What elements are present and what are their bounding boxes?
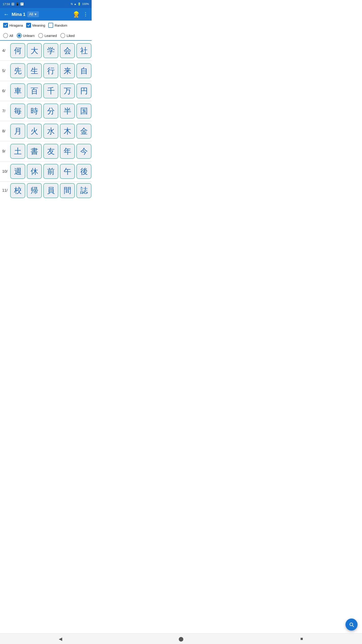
chevron-down-icon: ⌄	[91, 68, 92, 74]
kanji-card[interactable]: 自	[76, 63, 91, 78]
chevron-down-icon: ⌄	[91, 48, 92, 54]
expand-row-button[interactable]: ⌄	[91, 186, 92, 195]
checkbox-hiragana-label: Hiragana	[9, 24, 23, 27]
chevron-down-icon: ⌄	[91, 128, 92, 134]
kanji-card[interactable]: 先	[10, 63, 25, 78]
status-time: 17:59	[3, 2, 10, 6]
kanji-card[interactable]: 木	[60, 124, 75, 139]
parking-icon: 🅿	[20, 2, 23, 6]
kanji-card[interactable]: 学	[43, 43, 58, 58]
chevron-down-icon: ⌄	[91, 188, 92, 194]
row-number: 11/	[2, 188, 10, 193]
kanji-card[interactable]: 月	[10, 124, 25, 139]
kanji-card[interactable]: 金	[76, 124, 91, 139]
kanji-card[interactable]: 年	[60, 144, 75, 159]
kanji-card[interactable]: 前	[43, 164, 58, 179]
kanji-card[interactable]: 国	[76, 104, 91, 118]
expand-row-button[interactable]: ⌄	[91, 46, 92, 55]
kanji-card[interactable]: 員	[43, 183, 58, 198]
checkbox-meaning-box[interactable]	[26, 23, 31, 28]
kanji-card[interactable]: 車	[10, 84, 25, 98]
row-number: 6/	[2, 89, 10, 93]
row-number: 10/	[2, 169, 10, 174]
radio-learned-circle[interactable]	[38, 33, 43, 38]
kanji-card[interactable]: 大	[27, 43, 42, 58]
expand-row-button[interactable]: ⌄	[91, 67, 92, 75]
kanji-card[interactable]: 今	[76, 144, 91, 159]
radio-learned[interactable]: Learned	[38, 33, 57, 38]
kanji-card[interactable]: 社	[76, 43, 91, 58]
kanji-card[interactable]: 週	[10, 164, 25, 179]
wifi-icon: ▲	[74, 2, 76, 6]
kanji-card[interactable]: 生	[27, 63, 42, 78]
expand-row-button[interactable]: ⌄	[91, 167, 92, 176]
kanji-cards: 週休前午後	[10, 164, 91, 179]
kanji-card[interactable]: 会	[60, 43, 75, 58]
kanji-card[interactable]: 土	[10, 144, 25, 159]
kanji-card[interactable]: 休	[27, 164, 42, 179]
kanji-cards: 毎時分半国	[10, 104, 91, 118]
kanji-cards: 先生行来自	[10, 63, 91, 78]
kanji-cards: 何大学会社	[10, 43, 91, 58]
app-title: Mina 1	[12, 12, 25, 17]
kanji-card[interactable]: 水	[43, 124, 58, 139]
row-number: 8/	[2, 129, 10, 134]
checkbox-hiragana-box[interactable]	[3, 23, 8, 28]
status-bar: 17:59 🖼 📱 🅿 N ▲ 🔋 100%	[0, 0, 92, 8]
battery-icon: 🔋	[77, 2, 81, 6]
kanji-card[interactable]: 万	[60, 84, 75, 98]
chevron-down-icon: ⌄	[91, 168, 92, 175]
radio-liked[interactable]: Liked	[60, 33, 75, 38]
filter-dropdown[interactable]: All ▼	[27, 12, 39, 17]
kanji-card[interactable]: 千	[43, 84, 58, 98]
kanji-row: 6/車百千万円⌄	[0, 81, 92, 101]
kanji-row: 10/週休前午後⌄	[0, 162, 92, 182]
kanji-cards: 校帰員間誌	[10, 183, 91, 198]
checkbox-random-box[interactable]	[48, 23, 53, 28]
checkbox-random[interactable]: Random	[48, 23, 67, 28]
checkbox-group: Hiragana Meaning Random	[3, 23, 88, 28]
radio-learned-label: Learned	[44, 34, 57, 38]
kanji-card[interactable]: 帰	[27, 183, 42, 198]
checkbox-hiragana[interactable]: Hiragana	[3, 23, 23, 28]
app-bar-title: Mina 1 All ▼	[11, 12, 72, 17]
radio-unlearn[interactable]: Unlearn	[17, 33, 35, 38]
kanji-card[interactable]: 校	[10, 183, 25, 198]
radio-liked-circle[interactable]	[60, 33, 65, 38]
kanji-card[interactable]: 友	[43, 144, 58, 159]
kanji-card[interactable]: 百	[27, 84, 42, 98]
checkbox-meaning[interactable]: Meaning	[26, 23, 45, 28]
expand-row-button[interactable]: ⌄	[91, 107, 92, 116]
kanji-card[interactable]: 毎	[10, 104, 25, 118]
status-right: N ▲ 🔋 100%	[71, 2, 89, 6]
radio-group: All Unlearn Learned Liked	[3, 33, 88, 38]
kanji-card[interactable]: 行	[43, 63, 58, 78]
kanji-card[interactable]: 分	[43, 104, 58, 118]
row-number: 5/	[2, 69, 10, 73]
app-bar-actions: 👷 ⋮	[72, 10, 90, 18]
kanji-card[interactable]: 時	[27, 104, 42, 118]
filter-label: All	[29, 12, 33, 16]
checkbox-random-label: Random	[54, 24, 67, 27]
kanji-card[interactable]: 火	[27, 124, 42, 139]
kanji-card[interactable]: 円	[76, 84, 91, 98]
radio-all-circle[interactable]	[3, 33, 8, 38]
kanji-card[interactable]: 来	[60, 63, 75, 78]
expand-row-button[interactable]: ⌄	[91, 87, 92, 95]
radio-unlearn-circle[interactable]	[17, 33, 22, 38]
kanji-card[interactable]: 半	[60, 104, 75, 118]
kanji-card[interactable]: 何	[10, 43, 25, 58]
more-options-button[interactable]: ⋮	[81, 10, 90, 18]
expand-row-button[interactable]: ⌄	[91, 147, 92, 156]
kanji-card[interactable]: 後	[76, 164, 91, 179]
kanji-card[interactable]: 誌	[76, 183, 91, 198]
kanji-card[interactable]: 間	[60, 183, 75, 198]
gallery-icon: 🖼	[11, 2, 14, 6]
avatar-button[interactable]: 👷	[72, 10, 80, 18]
back-button[interactable]: ←	[2, 10, 11, 19]
kanji-card[interactable]: 午	[60, 164, 75, 179]
kanji-card[interactable]: 書	[27, 144, 42, 159]
kanji-row: 8/月火水木金⌄	[0, 121, 92, 141]
radio-all[interactable]: All	[3, 33, 13, 38]
expand-row-button[interactable]: ⌄	[91, 127, 92, 136]
